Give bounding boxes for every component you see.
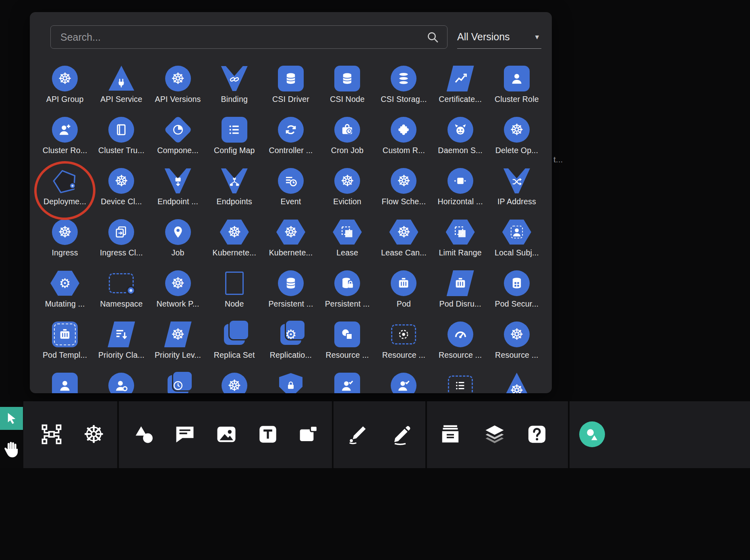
shape-item[interactable]: ⚙Mutating ... [37,268,93,319]
shape-item[interactable]: Persistent ... [319,268,375,319]
shape-item[interactable]: ☸ [489,371,545,393]
shape-item[interactable]: Controller ... [263,115,319,166]
shape-item[interactable]: CSI Driver [263,64,319,115]
shape-item[interactable]: Endpoints [206,166,263,217]
shape-item[interactable]: ☸Network P... [149,268,206,319]
tool-shapes-fab[interactable] [579,421,605,447]
tool-flow-diagram[interactable] [39,421,64,447]
shape-item-label: Resource ... [382,351,426,360]
gear-icon: ⚙ [285,328,297,341]
shape-item[interactable]: Job [149,217,206,268]
wheel-shape-icon: ☸ [165,270,191,296]
shape-item[interactable] [319,371,375,393]
shape-item[interactable]: ☸Resource ... [489,319,545,371]
shape-item-label: Replica Set [214,351,255,360]
search-input[interactable] [51,31,426,43]
shape-item[interactable]: Pod Disru... [432,268,489,319]
shape-item[interactable]: Lease [319,217,375,268]
version-filter-dropdown[interactable]: All Versions ▾ [457,25,541,49]
tool-text[interactable] [255,421,281,447]
shape-item[interactable]: API Service [93,64,149,115]
shape-item[interactable]: ⚙Replicatio... [263,319,319,371]
tool-kubernetes-shapes[interactable]: ☸ [81,421,107,447]
shape-item[interactable]: Namespace [93,268,149,319]
shape-item[interactable]: Compone... [149,115,206,166]
shape-item[interactable]: Pod Templ... [37,319,93,371]
shape-item[interactable] [93,371,149,393]
tool-layers[interactable] [482,421,508,447]
tool-basic-shapes[interactable] [131,421,157,447]
shape-item[interactable]: ☸Kubernete... [263,217,319,268]
tool-scalpel[interactable] [345,421,371,447]
shape-item[interactable]: Replica Set [206,319,263,371]
shape-item[interactable]: ☸Lease Can... [375,217,432,268]
shape-picker-panel: All Versions ▾ ☸API GroupAPI Service☸API… [30,12,552,393]
shape-item[interactable] [432,371,489,393]
daemon-icon [454,123,467,137]
shape-item[interactable]: Cluster Ro... [37,115,93,166]
shape-item-icon-wrap [334,64,360,93]
shape-item[interactable]: Ingress Cl... [93,217,149,268]
shape-item[interactable]: Cluster Role [489,64,545,115]
shape-item[interactable]: Resource ... [375,319,432,371]
shape-item-icon-wrap [334,115,360,145]
shape-item[interactable]: Endpoint ... [149,166,206,217]
tool-card[interactable] [296,421,321,447]
shape-item[interactable]: Resource ... [432,319,489,371]
wheel-shape-icon: ☸ [504,321,530,347]
shape-item[interactable] [375,371,432,393]
tool-comment[interactable] [172,421,198,447]
shape-item[interactable]: ☸Eviction [319,166,375,217]
shape-item-icon-wrap [52,115,78,145]
shape-item[interactable]: Pod Secur... [489,268,545,319]
shape-item[interactable]: Priority Cla... [93,319,149,371]
shape-item[interactable]: ☸ [206,371,263,393]
shape-item[interactable]: ☸Kubernete... [206,217,263,268]
shape-item[interactable] [37,371,93,393]
tool-image[interactable] [213,421,239,447]
shape-item-label: Binding [221,95,248,104]
shape-item[interactable]: Custom R... [375,115,432,166]
shape-item[interactable]: ☸Device Cl... [93,166,149,217]
personcheck-shape-icon [391,373,416,393]
shape-item[interactable]: ☸API Group [37,64,93,115]
shape-item[interactable]: Cron Job [319,115,375,166]
shape-item[interactable]: CSI Node [319,64,375,115]
shape-item[interactable]: Limit Range [432,217,489,268]
chart-icon [454,72,467,85]
shape-item[interactable]: Local Subj... [489,217,545,268]
shape-item[interactable] [263,371,319,393]
shape-item[interactable]: Horizontal ... [432,166,489,217]
tool-help[interactable] [524,421,550,447]
shape-item[interactable]: Node [206,268,263,319]
shape-item[interactable]: ☸Ingress [37,217,93,268]
shape-item[interactable]: Pod [375,268,432,319]
shuffle-icon [512,176,522,187]
shape-item[interactable]: ☸Flow Sche... [375,166,432,217]
shape-item[interactable]: Resource ... [319,319,375,371]
shape-item[interactable]: IP Address [489,166,545,217]
shape-item[interactable]: Deployme... [37,166,93,217]
shape-item[interactable]: Certificate... [432,64,489,115]
tool-select-selected[interactable] [0,407,23,430]
shape-item-icon-wrap [448,115,473,145]
shape-item-label: Cluster Tru... [98,146,144,155]
wheel-icon: ☸ [397,173,410,189]
tool-archive[interactable] [437,421,463,447]
tool-pen[interactable] [389,421,415,447]
shape-item[interactable]: ☸API Versions [149,64,206,115]
tool-pan[interactable] [2,438,21,461]
shape-item[interactable]: ☸Priority Lev... [149,319,206,371]
shape-item[interactable]: Cluster Tru... [93,115,149,166]
briefcase-icon [340,123,354,137]
shape-item[interactable]: Persistent ... [263,268,319,319]
wheel-icon: ☸ [510,122,524,137]
shape-item[interactable]: Binding [206,64,263,115]
shape-item[interactable]: ☸Delete Op... [489,115,545,166]
shape-item[interactable] [149,371,206,393]
shape-item[interactable]: Config Map [206,115,263,166]
shape-item-label: Ingress Cl... [100,248,143,257]
shape-item[interactable]: Daemon S... [432,115,489,166]
shape-item[interactable]: CSI Storag... [375,64,432,115]
shape-item[interactable]: Event [263,166,319,217]
